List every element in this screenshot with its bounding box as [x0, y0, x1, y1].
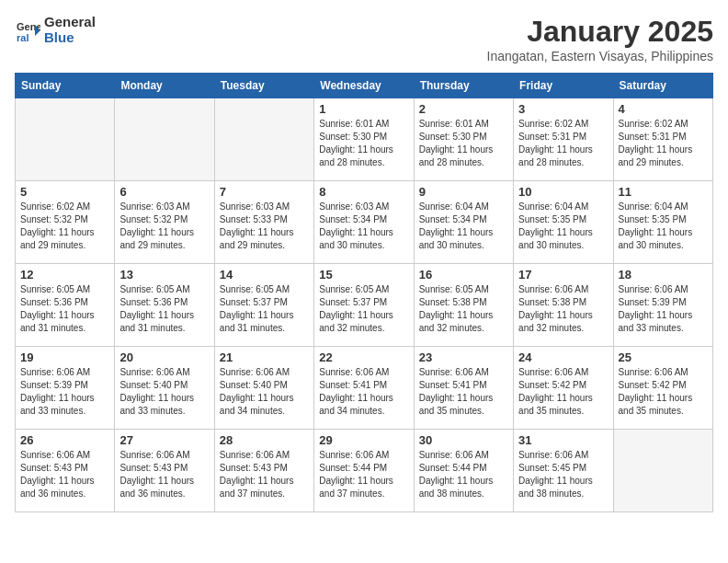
- calendar-cell: [613, 430, 712, 512]
- day-info: Sunrise: 6:02 AM Sunset: 5:32 PM Dayligh…: [20, 201, 109, 252]
- month-title: January 2025: [487, 15, 713, 49]
- calendar-cell: 14Sunrise: 6:05 AM Sunset: 5:37 PM Dayli…: [214, 264, 313, 347]
- calendar-cell: 6Sunrise: 6:03 AM Sunset: 5:32 PM Daylig…: [115, 181, 214, 264]
- day-number: 18: [619, 268, 708, 282]
- day-info: Sunrise: 6:03 AM Sunset: 5:32 PM Dayligh…: [119, 201, 209, 252]
- day-info: Sunrise: 6:06 AM Sunset: 5:43 PM Dayligh…: [119, 449, 209, 500]
- day-info: Sunrise: 6:06 AM Sunset: 5:45 PM Dayligh…: [518, 449, 608, 500]
- day-number: 4: [619, 102, 708, 116]
- day-info: Sunrise: 6:06 AM Sunset: 5:41 PM Dayligh…: [319, 366, 408, 418]
- calendar-cell: 2Sunrise: 6:01 AM Sunset: 5:30 PM Daylig…: [414, 98, 513, 181]
- calendar-cell: [214, 98, 313, 181]
- page-header: Gene ral General Blue January 2025 Inang…: [15, 15, 713, 63]
- day-number: 27: [119, 433, 209, 447]
- day-number: 12: [20, 268, 109, 282]
- week-row: 12Sunrise: 6:05 AM Sunset: 5:36 PM Dayli…: [16, 264, 713, 347]
- day-info: Sunrise: 6:05 AM Sunset: 5:36 PM Dayligh…: [20, 283, 109, 335]
- calendar-cell: 25Sunrise: 6:06 AM Sunset: 5:42 PM Dayli…: [613, 347, 712, 430]
- calendar-cell: 19Sunrise: 6:06 AM Sunset: 5:39 PM Dayli…: [16, 347, 115, 430]
- calendar-cell: 30Sunrise: 6:06 AM Sunset: 5:44 PM Dayli…: [414, 430, 513, 512]
- day-number: 5: [20, 185, 109, 199]
- day-info: Sunrise: 6:06 AM Sunset: 5:44 PM Dayligh…: [319, 449, 408, 500]
- day-info: Sunrise: 6:06 AM Sunset: 5:39 PM Dayligh…: [20, 366, 109, 418]
- location-subtitle: Inangatan, Eastern Visayas, Philippines: [487, 49, 713, 63]
- day-info: Sunrise: 6:06 AM Sunset: 5:42 PM Dayligh…: [619, 366, 708, 418]
- calendar-cell: 10Sunrise: 6:04 AM Sunset: 5:35 PM Dayli…: [514, 181, 613, 264]
- weekday-header: Wednesday: [314, 74, 414, 98]
- day-info: Sunrise: 6:06 AM Sunset: 5:40 PM Dayligh…: [119, 366, 209, 418]
- day-number: 19: [20, 350, 109, 364]
- day-number: 6: [119, 185, 209, 199]
- calendar-cell: 5Sunrise: 6:02 AM Sunset: 5:32 PM Daylig…: [16, 181, 115, 264]
- day-info: Sunrise: 6:03 AM Sunset: 5:34 PM Dayligh…: [319, 201, 408, 252]
- weekday-header-row: SundayMondayTuesdayWednesdayThursdayFrid…: [16, 74, 713, 98]
- day-info: Sunrise: 6:05 AM Sunset: 5:37 PM Dayligh…: [220, 283, 309, 335]
- calendar-cell: [16, 98, 115, 181]
- calendar-cell: 28Sunrise: 6:06 AM Sunset: 5:43 PM Dayli…: [214, 430, 313, 512]
- calendar-cell: 20Sunrise: 6:06 AM Sunset: 5:40 PM Dayli…: [115, 347, 214, 430]
- weekday-header: Friday: [514, 74, 613, 98]
- day-number: 20: [119, 350, 209, 364]
- day-info: Sunrise: 6:05 AM Sunset: 5:38 PM Dayligh…: [419, 283, 508, 335]
- day-info: Sunrise: 6:02 AM Sunset: 5:31 PM Dayligh…: [518, 118, 608, 169]
- weekday-header: Saturday: [613, 74, 712, 98]
- day-info: Sunrise: 6:06 AM Sunset: 5:40 PM Dayligh…: [220, 366, 309, 418]
- calendar-cell: 11Sunrise: 6:04 AM Sunset: 5:35 PM Dayli…: [613, 181, 712, 264]
- day-info: Sunrise: 6:06 AM Sunset: 5:42 PM Dayligh…: [518, 366, 608, 418]
- calendar-cell: 24Sunrise: 6:06 AM Sunset: 5:42 PM Dayli…: [514, 347, 613, 430]
- day-number: 31: [518, 433, 608, 447]
- day-info: Sunrise: 6:04 AM Sunset: 5:35 PM Dayligh…: [518, 201, 608, 252]
- weekday-header: Monday: [115, 74, 214, 98]
- calendar-cell: 26Sunrise: 6:06 AM Sunset: 5:43 PM Dayli…: [16, 430, 115, 512]
- day-info: Sunrise: 6:05 AM Sunset: 5:37 PM Dayligh…: [319, 283, 408, 335]
- day-number: 23: [419, 350, 508, 364]
- calendar-cell: 9Sunrise: 6:04 AM Sunset: 5:34 PM Daylig…: [414, 181, 513, 264]
- svg-text:ral: ral: [17, 32, 28, 43]
- calendar-cell: 29Sunrise: 6:06 AM Sunset: 5:44 PM Dayli…: [314, 430, 414, 512]
- calendar-cell: [115, 98, 214, 181]
- day-number: 30: [419, 433, 508, 447]
- day-number: 3: [518, 102, 608, 116]
- day-info: Sunrise: 6:06 AM Sunset: 5:44 PM Dayligh…: [419, 449, 508, 500]
- logo-icon: Gene ral: [15, 17, 40, 43]
- week-row: 26Sunrise: 6:06 AM Sunset: 5:43 PM Dayli…: [16, 430, 713, 512]
- calendar-cell: 17Sunrise: 6:06 AM Sunset: 5:38 PM Dayli…: [514, 264, 613, 347]
- week-row: 1Sunrise: 6:01 AM Sunset: 5:30 PM Daylig…: [16, 98, 713, 181]
- day-info: Sunrise: 6:06 AM Sunset: 5:43 PM Dayligh…: [20, 449, 109, 500]
- day-number: 14: [220, 268, 309, 282]
- logo-line2: Blue: [44, 30, 96, 46]
- day-info: Sunrise: 6:01 AM Sunset: 5:30 PM Dayligh…: [419, 118, 508, 169]
- day-info: Sunrise: 6:01 AM Sunset: 5:30 PM Dayligh…: [319, 118, 408, 169]
- week-row: 5Sunrise: 6:02 AM Sunset: 5:32 PM Daylig…: [16, 181, 713, 264]
- calendar-cell: 21Sunrise: 6:06 AM Sunset: 5:40 PM Dayli…: [214, 347, 313, 430]
- calendar-cell: 16Sunrise: 6:05 AM Sunset: 5:38 PM Dayli…: [414, 264, 513, 347]
- calendar-cell: 12Sunrise: 6:05 AM Sunset: 5:36 PM Dayli…: [16, 264, 115, 347]
- day-number: 26: [20, 433, 109, 447]
- day-number: 10: [518, 185, 608, 199]
- weekday-header: Sunday: [16, 74, 115, 98]
- day-number: 22: [319, 350, 408, 364]
- calendar-cell: 27Sunrise: 6:06 AM Sunset: 5:43 PM Dayli…: [115, 430, 214, 512]
- title-block: January 2025 Inangatan, Eastern Visayas,…: [487, 15, 713, 63]
- day-info: Sunrise: 6:02 AM Sunset: 5:31 PM Dayligh…: [619, 118, 708, 169]
- day-number: 16: [419, 268, 508, 282]
- day-number: 13: [119, 268, 209, 282]
- calendar-cell: 13Sunrise: 6:05 AM Sunset: 5:36 PM Dayli…: [115, 264, 214, 347]
- logo-line1: General: [44, 15, 96, 30]
- day-info: Sunrise: 6:06 AM Sunset: 5:43 PM Dayligh…: [220, 449, 309, 500]
- logo: Gene ral General Blue: [15, 15, 96, 45]
- calendar-cell: 31Sunrise: 6:06 AM Sunset: 5:45 PM Dayli…: [514, 430, 613, 512]
- day-info: Sunrise: 6:06 AM Sunset: 5:41 PM Dayligh…: [419, 366, 508, 418]
- day-number: 21: [220, 350, 309, 364]
- day-number: 15: [319, 268, 408, 282]
- day-number: 25: [619, 350, 708, 364]
- day-number: 11: [619, 185, 708, 199]
- week-row: 19Sunrise: 6:06 AM Sunset: 5:39 PM Dayli…: [16, 347, 713, 430]
- calendar-cell: 15Sunrise: 6:05 AM Sunset: 5:37 PM Dayli…: [314, 264, 414, 347]
- calendar-cell: 18Sunrise: 6:06 AM Sunset: 5:39 PM Dayli…: [613, 264, 712, 347]
- day-number: 17: [518, 268, 608, 282]
- calendar-cell: 22Sunrise: 6:06 AM Sunset: 5:41 PM Dayli…: [314, 347, 414, 430]
- day-info: Sunrise: 6:04 AM Sunset: 5:34 PM Dayligh…: [419, 201, 508, 252]
- day-number: 24: [518, 350, 608, 364]
- calendar-table: SundayMondayTuesdayWednesdayThursdayFrid…: [15, 73, 713, 512]
